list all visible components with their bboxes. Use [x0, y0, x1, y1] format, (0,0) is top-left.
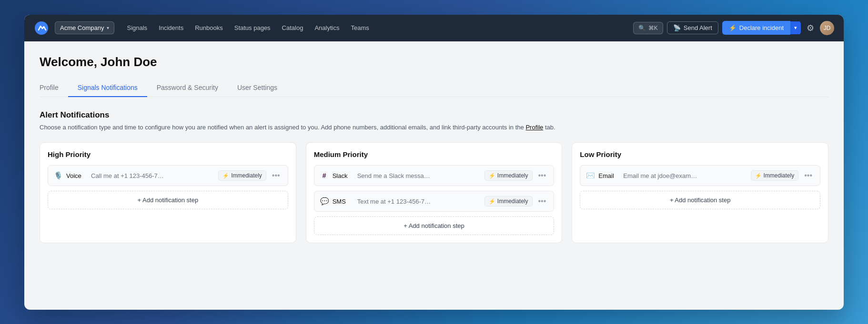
declare-incident-button[interactable]: ⚡ Declare incident [722, 21, 790, 35]
notification-row-email: ✉️ Email Email me at jdoe@exam… ⚡ Immedi… [580, 165, 820, 186]
notif-desc-voice: Call me at +1 123-456-7… [91, 172, 214, 179]
more-options-voice[interactable]: ••• [270, 170, 282, 181]
profile-link[interactable]: Profile [525, 124, 543, 131]
email-icon: ✉️ [586, 171, 595, 180]
avatar-initials: JD [824, 25, 831, 31]
add-step-medium[interactable]: + Add notification step [314, 216, 555, 235]
tab-user-settings[interactable]: User Settings [228, 79, 287, 97]
nav-links: Signals Incidents Runbooks Status pages … [122, 21, 629, 34]
lightning-icon: ⚡ [729, 24, 737, 31]
search-icon: 🔍 [638, 25, 646, 31]
company-selector[interactable]: Acme Company ▾ [55, 21, 114, 34]
notif-badge-email: ⚡ Immediately [751, 170, 799, 181]
notif-desc-sms: Text me at +1 123-456-7… [357, 198, 481, 205]
company-name: Acme Company [60, 24, 104, 31]
notif-badge-sms: ⚡ Immediately [484, 196, 533, 206]
tabs: Profile Signals Notifications Password &… [40, 79, 828, 97]
high-priority-title: High Priority [48, 150, 288, 158]
declare-incident-group: ⚡ Declare incident ▾ [722, 21, 801, 35]
app-logo[interactable] [34, 20, 49, 36]
low-priority-card: Low Priority ✉️ Email Email me at jdoe@e… [572, 142, 828, 243]
search-button[interactable]: 🔍 ⌘K [633, 22, 663, 34]
notif-badge-slack: ⚡ Immediately [484, 170, 533, 181]
nav-teams[interactable]: Teams [346, 21, 373, 34]
low-priority-title: Low Priority [580, 150, 820, 158]
send-alert-button[interactable]: 📡 Send Alert [667, 21, 718, 34]
more-options-email[interactable]: ••• [802, 170, 814, 181]
medium-priority-card: Medium Priority # Slack Send me a Slack … [306, 142, 563, 243]
more-options-sms[interactable]: ••• [536, 196, 548, 206]
chevron-down-icon: ▾ [794, 25, 797, 30]
notif-badge-voice: ⚡ Immediately [218, 170, 266, 181]
notification-row-sms: 💬 SMS Text me at +1 123-456-7… ⚡ Immedia… [314, 191, 555, 212]
notification-row-slack: # Slack Send me a Slack messa… ⚡ Immedia… [314, 165, 555, 186]
nav-runbooks[interactable]: Runbooks [190, 21, 228, 34]
declare-dropdown-button[interactable]: ▾ [790, 21, 801, 34]
sms-icon: 💬 [320, 197, 329, 206]
section-description: Choose a notification type and time to c… [40, 123, 828, 132]
priority-grid: High Priority 🎙️ Voice Call me at +1 123… [40, 142, 828, 243]
add-step-low[interactable]: + Add notification step [580, 191, 820, 209]
tab-password-security[interactable]: Password & Security [147, 79, 228, 97]
signal-icon: 📡 [673, 24, 681, 31]
slack-icon: # [320, 172, 329, 179]
top-nav: Acme Company ▾ Signals Incidents Runbook… [24, 15, 844, 41]
notif-type-email: Email [598, 172, 619, 179]
more-options-slack[interactable]: ••• [536, 170, 548, 181]
notif-desc-email: Email me at jdoe@exam… [623, 172, 747, 179]
notif-type-slack: Slack [333, 172, 353, 179]
app-window: Acme Company ▾ Signals Incidents Runbook… [24, 15, 844, 310]
nav-analytics[interactable]: Analytics [310, 21, 344, 34]
notif-desc-slack: Send me a Slack messa… [357, 172, 481, 179]
avatar[interactable]: JD [820, 21, 834, 35]
nav-right: 🔍 ⌘K 📡 Send Alert ⚡ Declare incident ▾ ⚙ [633, 21, 834, 35]
main-content: Welcome, John Doe Profile Signals Notifi… [24, 41, 844, 257]
section-title: Alert Notifications [40, 110, 828, 120]
nav-catalog[interactable]: Catalog [277, 21, 308, 34]
notif-type-sms: SMS [333, 198, 353, 205]
lightning-icon: ⚡ [489, 198, 495, 205]
search-shortcut: ⌘K [648, 25, 658, 31]
settings-button[interactable]: ⚙ [805, 21, 816, 35]
notification-row: 🎙️ Voice Call me at +1 123-456-7… ⚡ Imme… [48, 165, 288, 186]
tab-profile[interactable]: Profile [40, 79, 68, 97]
notif-type-voice: Voice [66, 172, 87, 179]
add-step-high[interactable]: + Add notification step [48, 191, 288, 209]
high-priority-card: High Priority 🎙️ Voice Call me at +1 123… [40, 142, 296, 243]
medium-priority-title: Medium Priority [314, 150, 555, 158]
voice-icon: 🎙️ [54, 171, 62, 180]
lightning-icon: ⚡ [489, 173, 495, 179]
chevron-down-icon: ▾ [107, 25, 109, 30]
nav-status-pages[interactable]: Status pages [230, 21, 275, 34]
lightning-icon: ⚡ [222, 173, 229, 179]
page-title: Welcome, John Doe [40, 55, 828, 69]
lightning-icon: ⚡ [755, 173, 762, 179]
gear-icon: ⚙ [807, 23, 814, 33]
nav-signals[interactable]: Signals [122, 21, 152, 34]
tab-signals-notifications[interactable]: Signals Notifications [68, 79, 147, 97]
nav-incidents[interactable]: Incidents [154, 21, 188, 34]
